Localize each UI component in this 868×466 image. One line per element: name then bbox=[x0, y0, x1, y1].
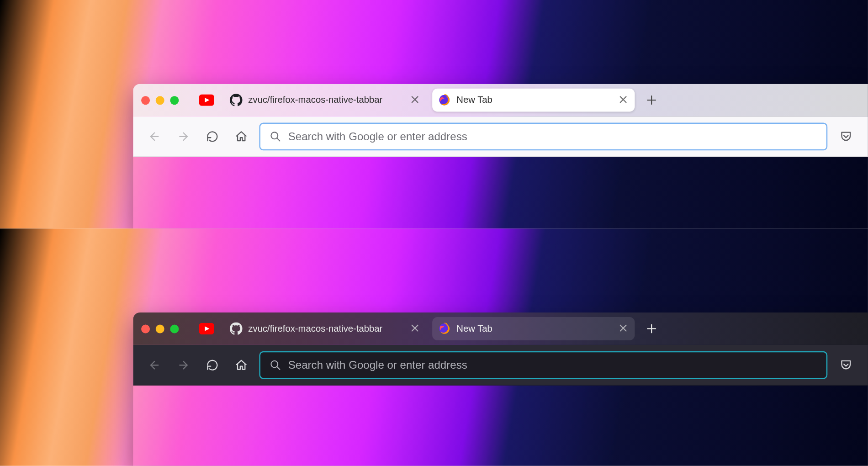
address-bar-placeholder: Search with Google or enter address bbox=[288, 359, 467, 371]
pinned-tab-youtube[interactable] bbox=[195, 318, 218, 339]
browser-window-light: zvuc/firefox-macos-native-tabbar New Tab bbox=[133, 84, 868, 229]
youtube-icon bbox=[199, 94, 214, 106]
window-minimize-button[interactable] bbox=[156, 96, 164, 105]
firefox-icon bbox=[438, 94, 451, 106]
tab-new-tab[interactable]: New Tab bbox=[432, 89, 635, 112]
youtube-icon bbox=[199, 323, 214, 334]
close-tab-icon[interactable] bbox=[410, 323, 421, 334]
back-button[interactable] bbox=[143, 125, 165, 147]
tab-strip: zvuc/firefox-macos-native-tabbar New Tab bbox=[133, 84, 868, 116]
search-icon bbox=[270, 359, 281, 371]
tab-new-tab[interactable]: New Tab bbox=[432, 317, 635, 340]
window-controls bbox=[141, 324, 179, 333]
tab-title: zvuc/firefox-macos-native-tabbar bbox=[248, 323, 404, 334]
window-close-button[interactable] bbox=[141, 96, 150, 105]
pocket-button[interactable] bbox=[834, 353, 857, 376]
address-bar[interactable]: Search with Google or enter address bbox=[259, 122, 827, 150]
address-bar-placeholder: Search with Google or enter address bbox=[288, 130, 467, 143]
forward-button[interactable] bbox=[172, 354, 194, 376]
close-tab-icon[interactable] bbox=[410, 95, 421, 106]
reload-button[interactable] bbox=[201, 125, 223, 147]
tab-github-repo[interactable]: zvuc/firefox-macos-native-tabbar bbox=[224, 317, 426, 340]
back-button[interactable] bbox=[143, 354, 165, 376]
tab-github-repo[interactable]: zvuc/firefox-macos-native-tabbar bbox=[224, 89, 426, 112]
new-tab-button[interactable] bbox=[640, 318, 662, 339]
reload-button[interactable] bbox=[201, 354, 223, 376]
browser-window-dark: zvuc/firefox-macos-native-tabbar New Tab bbox=[133, 312, 868, 466]
window-zoom-button[interactable] bbox=[170, 324, 179, 333]
tab-title: New Tab bbox=[456, 323, 613, 334]
close-tab-icon[interactable] bbox=[619, 95, 629, 106]
pocket-button[interactable] bbox=[834, 125, 857, 148]
github-icon bbox=[230, 94, 243, 106]
home-button[interactable] bbox=[230, 354, 252, 376]
forward-button[interactable] bbox=[172, 125, 194, 147]
close-tab-icon[interactable] bbox=[619, 323, 629, 334]
new-tab-button[interactable] bbox=[640, 89, 662, 111]
firefox-icon bbox=[438, 322, 451, 335]
search-icon bbox=[270, 131, 281, 142]
navigation-toolbar: Search with Google or enter address bbox=[133, 345, 868, 386]
tab-strip: zvuc/firefox-macos-native-tabbar New Tab bbox=[133, 312, 868, 345]
window-zoom-button[interactable] bbox=[170, 96, 179, 105]
window-controls bbox=[141, 96, 179, 105]
home-button[interactable] bbox=[230, 125, 252, 147]
pinned-tab-youtube[interactable] bbox=[195, 90, 218, 111]
navigation-toolbar: Search with Google or enter address bbox=[133, 116, 868, 157]
address-bar[interactable]: Search with Google or enter address bbox=[259, 351, 827, 379]
tab-title: New Tab bbox=[456, 95, 613, 106]
window-close-button[interactable] bbox=[141, 324, 150, 333]
tab-title: zvuc/firefox-macos-native-tabbar bbox=[248, 95, 404, 106]
window-minimize-button[interactable] bbox=[156, 324, 164, 333]
github-icon bbox=[230, 322, 243, 335]
